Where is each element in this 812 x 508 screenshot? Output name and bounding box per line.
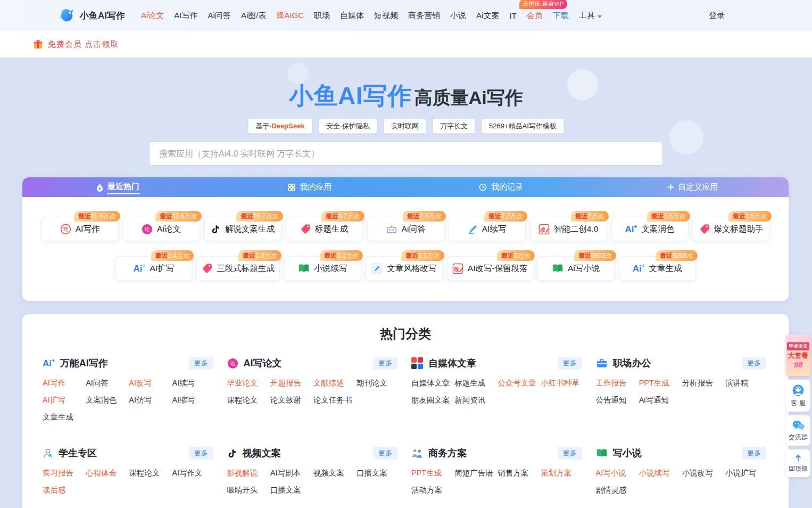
category-link[interactable]: 公告通知: [596, 395, 639, 405]
category-link[interactable]: 简短广告语: [454, 468, 498, 478]
category-link[interactable]: 新闻资讯: [454, 395, 498, 405]
app-card[interactable]: 最近1.1万次文章风格改写: [366, 256, 443, 281]
app-card[interactable]: 最近1万次改AI改写-保留段落: [447, 256, 533, 281]
category-link[interactable]: AI扩写: [43, 395, 86, 405]
nav-item[interactable]: 会员庆国庆·终身VIP: [527, 11, 543, 21]
category-link[interactable]: 课程论文: [227, 395, 270, 405]
category-link[interactable]: 口播文案: [357, 468, 400, 478]
category-link[interactable]: 实习报告: [43, 468, 86, 478]
category-link[interactable]: 小红书种草: [541, 378, 584, 388]
category-link[interactable]: AI写作文: [172, 468, 215, 478]
category-link[interactable]: 期刊论文: [357, 378, 400, 388]
nav-item[interactable]: Ai文案: [476, 11, 499, 21]
app-card[interactable]: 最近1.5万次爆文标题助手: [693, 217, 770, 241]
app-card[interactable]: 最近1.3万次三段式标题生成: [196, 256, 280, 281]
category-link[interactable]: 论文致谢: [270, 395, 313, 405]
nav-item[interactable]: Ai论文: [141, 11, 164, 21]
category-link[interactable]: 论文任务书: [313, 395, 357, 405]
app-card[interactable]: 最近16.2万次解说文案生成: [204, 217, 281, 241]
nav-item[interactable]: 小说: [450, 11, 466, 21]
more-button[interactable]: 更多: [189, 357, 213, 370]
category-link[interactable]: AI缩写: [172, 395, 215, 405]
category-link[interactable]: AI仿写: [129, 395, 172, 405]
category-link[interactable]: AI写作: [43, 378, 86, 388]
nav-item[interactable]: AI写作: [174, 11, 197, 21]
nav-item[interactable]: 工具: [579, 11, 602, 21]
more-button[interactable]: 更多: [742, 357, 766, 370]
more-button[interactable]: 更多: [373, 447, 397, 460]
category-link[interactable]: 开题报告: [270, 378, 313, 388]
category-link[interactable]: 公众号文章: [498, 378, 541, 388]
nav-item[interactable]: Ai图/表: [241, 11, 267, 21]
nav-item[interactable]: 商务营销: [408, 11, 440, 21]
float-button[interactable]: 回顶部: [786, 449, 810, 477]
app-card[interactable]: 最近1.5万次Ai+文案润色: [611, 217, 689, 241]
category-link[interactable]: 文献综述: [313, 378, 357, 388]
category-link[interactable]: 分析报告: [682, 378, 725, 388]
more-button[interactable]: 更多: [558, 447, 582, 460]
tab[interactable]: 我的应用: [214, 177, 405, 197]
app-card[interactable]: 最近11.6万次论Ai论文: [123, 217, 200, 241]
category-link[interactable]: 小说扩写: [725, 468, 768, 478]
category-link[interactable]: Ai写通知: [639, 395, 682, 405]
free-vip-link[interactable]: 免费会员 点击领取: [48, 39, 119, 50]
category-link[interactable]: 毕业论文: [227, 378, 270, 388]
app-card[interactable]: 最近1.4万次Ai+AI扩写: [115, 256, 192, 281]
app-card[interactable]: 最近3.2万次标题生成: [286, 217, 363, 241]
app-card[interactable]: 最近9903次Ai写小说: [537, 256, 615, 281]
more-button[interactable]: 更多: [373, 357, 397, 370]
more-button[interactable]: 更多: [558, 357, 582, 370]
category-link[interactable]: AI问答: [86, 378, 129, 388]
category-link[interactable]: 小说续写: [639, 468, 682, 478]
search-input[interactable]: [149, 142, 663, 166]
category-link[interactable]: 口播文案: [270, 485, 313, 495]
app-card[interactable]: 最近11.6万次写AI写作: [42, 217, 119, 241]
float-button[interactable]: 交流群: [786, 415, 810, 446]
nav-item[interactable]: IT: [509, 11, 516, 20]
float-button[interactable]: 客 服: [786, 380, 810, 412]
nav-item[interactable]: 职场: [314, 11, 330, 21]
tab[interactable]: 自定义应用: [597, 177, 789, 197]
thesis-promo-banner[interactable]: 毕业论文 大套餐 98: [786, 334, 810, 376]
category-link[interactable]: 自媒体文章: [411, 378, 454, 388]
login-button[interactable]: 登录: [709, 11, 725, 21]
tab[interactable]: 最近热门: [22, 177, 214, 197]
category-link[interactable]: 心得体会: [86, 468, 129, 478]
category-link[interactable]: AI写剧本: [270, 468, 313, 478]
category-link[interactable]: 文章生成: [43, 412, 86, 422]
category-link[interactable]: 课程论文: [129, 468, 172, 478]
more-button[interactable]: 更多: [742, 447, 766, 460]
category-link[interactable]: AI续写: [172, 378, 215, 388]
app-card[interactable]: 最近2.2万次AI续写: [449, 217, 526, 241]
category-link[interactable]: 演讲稿: [725, 378, 768, 388]
category-link[interactable]: 销售方案: [498, 468, 541, 478]
category-link[interactable]: 活动方案: [411, 485, 454, 495]
category-link[interactable]: 吸睛开头: [227, 485, 270, 495]
category-link[interactable]: 朋友圈文案: [411, 395, 454, 405]
nav-item[interactable]: 短视频: [374, 11, 398, 21]
app-card[interactable]: 最近2.4万次Ai问答: [367, 217, 444, 241]
app-card[interactable]: 最近9208次Ai+文章生成: [619, 256, 696, 281]
category-link[interactable]: 文案润色: [86, 395, 129, 405]
category-link[interactable]: PPT生成: [411, 468, 454, 478]
nav-item[interactable]: Ai问答: [208, 11, 231, 21]
category-link[interactable]: 剧情灵感: [596, 485, 639, 495]
category-link[interactable]: 工作报告: [596, 378, 639, 388]
category-link[interactable]: 视频文案: [313, 468, 357, 478]
category-link[interactable]: 策划方案: [541, 468, 584, 478]
app-card[interactable]: 最近2万次改智能二创4.0: [530, 217, 607, 241]
nav-item[interactable]: 降AIGC: [276, 11, 304, 21]
app-card[interactable]: 最近1.1万次小说续写: [284, 256, 361, 281]
tab[interactable]: 我的记录: [405, 177, 597, 197]
logo[interactable]: 小鱼AI写作: [60, 7, 125, 23]
category-link[interactable]: 影视解说: [227, 468, 270, 478]
nav-item[interactable]: 下载: [553, 11, 569, 21]
category-link[interactable]: PPT生成: [639, 378, 682, 388]
nav-item[interactable]: 自媒体: [340, 11, 364, 21]
category-link[interactable]: 小说改写: [682, 468, 725, 478]
more-button[interactable]: 更多: [189, 447, 213, 460]
category-link[interactable]: 读后感: [43, 485, 86, 495]
category-link[interactable]: 标题生成: [454, 378, 498, 388]
category-link[interactable]: AI改写: [129, 378, 172, 388]
category-link[interactable]: AI写小说: [596, 468, 639, 478]
